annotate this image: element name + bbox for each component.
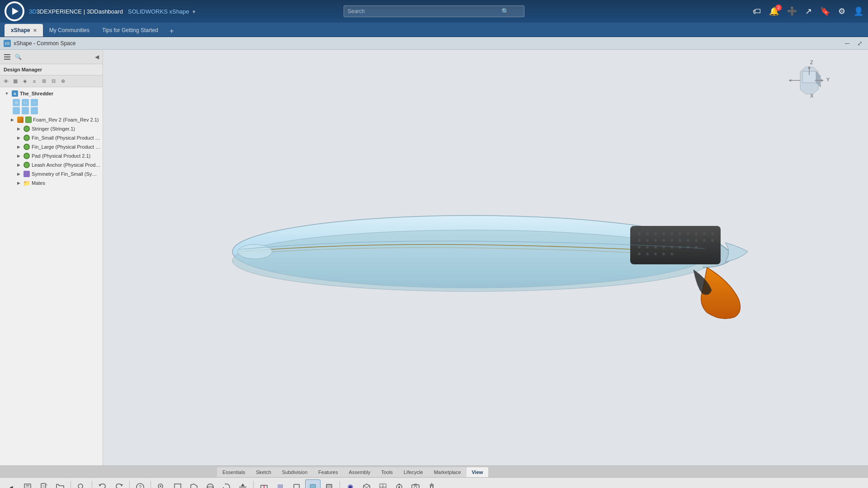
view-plane-button[interactable] [186, 479, 202, 488]
foam-expand[interactable]: ▶ [9, 117, 15, 123]
tab-features[interactable]: Features [313, 467, 343, 477]
save-button[interactable] [20, 479, 35, 488]
tree-item-mates[interactable]: ▶ 📁 Mates [0, 178, 103, 188]
edge-view-button[interactable] [321, 479, 337, 488]
tree-item-leash[interactable]: ▶ Leash Anchor (Physical Product... [0, 160, 103, 169]
add-icon[interactable]: ➕ [787, 6, 797, 16]
tree-item-foam[interactable]: ▶ Foam_Rev 2 (Foam_Rev 2.1) [0, 115, 103, 124]
view-sphere-button[interactable] [203, 479, 218, 488]
ref-icon[interactable]: ⊟ [49, 77, 57, 85]
tree-item-pad[interactable]: ▶ Pad (Physical Product 2.1) [0, 151, 103, 160]
view-rotate-button[interactable] [219, 479, 234, 488]
tab-assembly[interactable]: Assembly [343, 467, 376, 477]
app-logo[interactable] [5, 1, 24, 21]
open-button[interactable] [52, 479, 68, 488]
tree-item-symmetry[interactable]: ▶ Symmetry of Fin_Small (Symme... [0, 169, 103, 178]
new-button[interactable] [36, 479, 52, 488]
dropdown-chevron[interactable]: ▾ [193, 9, 195, 15]
search-input[interactable] [348, 8, 501, 14]
3d-icon[interactable]: ◈ [21, 77, 29, 85]
tab-my-communities[interactable]: My Communities [43, 24, 96, 37]
exp-icon[interactable]: ⊕ [59, 77, 67, 85]
eye-icon[interactable]: 👁 [2, 77, 10, 85]
realview-button[interactable] [343, 479, 358, 488]
svg-point-23 [670, 232, 673, 235]
tab-subdivision[interactable]: Subdivision [277, 467, 313, 477]
fin-small-expand[interactable]: ▶ [15, 135, 22, 141]
tab-xshape-close[interactable]: ✕ [33, 28, 37, 33]
panel-tool-search[interactable]: 🔍 [14, 52, 23, 61]
panel-tool-manager[interactable] [3, 52, 12, 61]
solid-view-button[interactable] [273, 479, 288, 488]
notification-icon[interactable]: 🔔 2 [769, 6, 779, 16]
tag2-icon[interactable]: ⊞ [40, 77, 48, 85]
svg-point-21 [654, 232, 657, 235]
tree-item-fin-small[interactable]: ▶ Fin_Small (Physical Product 1.1) [0, 133, 103, 142]
tab-tools[interactable]: Tools [376, 467, 398, 477]
svg-point-43 [670, 246, 673, 249]
mates-label: Mates [32, 180, 101, 186]
tools-icon[interactable]: ⚙ [838, 6, 845, 16]
sub-icon-6[interactable] [31, 107, 38, 114]
search-component-button[interactable] [74, 479, 89, 488]
tab-tips[interactable]: Tips for Getting Started [96, 24, 165, 37]
fin-large-expand[interactable]: ▶ [15, 144, 22, 150]
filter-icon[interactable]: ▦ [11, 77, 19, 85]
tab-view[interactable]: View [467, 467, 489, 477]
tab-xshape[interactable]: xShape ✕ [5, 24, 43, 37]
user-icon[interactable]: 👤 [854, 6, 863, 16]
tree-item-fin-large[interactable]: ▶ Fin_Large (Physical Product 1.2) [0, 142, 103, 151]
mates-icon: 📁 [23, 179, 30, 187]
svg-point-36 [695, 239, 698, 242]
search-bar: 🔍 [344, 5, 524, 17]
leash-expand[interactable]: ▶ [15, 162, 22, 168]
viewport[interactable]: X Y Z [103, 50, 868, 465]
tab-add-button[interactable]: + [166, 26, 177, 37]
sym-expand[interactable]: ▶ [15, 171, 22, 177]
tree-item-stringer[interactable]: ▶ Stringer (Stringer.1) [0, 124, 103, 133]
svg-point-52 [238, 244, 272, 259]
sub-icon-2[interactable]: □ [22, 99, 29, 106]
list-icon[interactable]: ≡ [30, 77, 38, 85]
sub-icon-4[interactable] [13, 107, 20, 114]
section-cut-button[interactable] [256, 479, 272, 488]
pad-expand[interactable]: ▶ [15, 153, 22, 159]
sub-icon-5[interactable] [22, 107, 29, 114]
settings-button[interactable] [424, 479, 439, 488]
svg-point-49 [654, 253, 657, 255]
toolbar-scroll-left[interactable]: ◀ [4, 479, 19, 488]
tab-essentials[interactable]: Essentials [217, 467, 250, 477]
tree-root[interactable]: ▼ A The_Shredder [0, 89, 103, 98]
display-button[interactable] [392, 479, 407, 488]
bookmark-icon[interactable]: 🔖 [820, 6, 830, 16]
zoom-button[interactable] [154, 479, 169, 488]
sub-icon-1[interactable]: ⊙ [13, 99, 20, 106]
mates-expand[interactable]: ▶ [15, 180, 22, 186]
wireframe-button[interactable] [289, 479, 304, 488]
svg-point-20 [646, 232, 649, 235]
stringer-expand[interactable]: ▶ [15, 126, 22, 132]
help-button[interactable]: ? [132, 479, 148, 488]
tag-icon[interactable]: 🏷 [753, 7, 761, 16]
3d-button[interactable] [359, 479, 374, 488]
redo-button[interactable] [111, 479, 127, 488]
search-icon[interactable]: 🔍 [501, 8, 509, 15]
tab-lifecycle[interactable]: Lifecycle [398, 467, 429, 477]
window-maximize-button[interactable]: ⤢ [855, 39, 864, 48]
undo-button[interactable] [95, 479, 110, 488]
tree-toolbar: 👁 ▦ ◈ ≡ ⊞ ⊟ ⊕ [0, 75, 103, 87]
view-box-button[interactable] [170, 479, 185, 488]
svg-marker-8 [789, 79, 791, 82]
capture-button[interactable] [408, 479, 423, 488]
view-orient-button[interactable] [235, 479, 250, 488]
window-minimize-button[interactable]: ─ [843, 39, 852, 48]
grid-button[interactable] [375, 479, 391, 488]
shaded-button[interactable] [305, 479, 321, 488]
root-expand[interactable]: ▼ [4, 90, 10, 97]
separator-1 [71, 481, 71, 488]
sub-icon-3[interactable]: ⋯ [31, 99, 38, 106]
panel-collapse-button[interactable]: ◀ [94, 54, 100, 60]
tab-sketch[interactable]: Sketch [250, 467, 277, 477]
tab-marketplace[interactable]: Marketplace [429, 467, 467, 477]
share-icon[interactable]: ↗ [805, 6, 812, 16]
